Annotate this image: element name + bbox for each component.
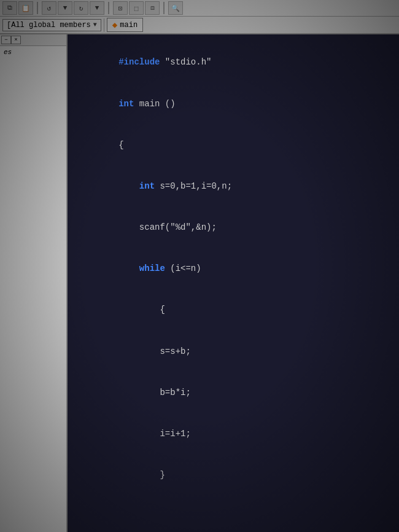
- redo-arrow[interactable]: ▼: [90, 1, 104, 15]
- sidebar-label: es: [1, 47, 65, 57]
- code-editor[interactable]: #include "stdio.h" int main () { int s=0…: [68, 34, 399, 532]
- window-icon[interactable]: ⊡: [113, 1, 128, 15]
- toolbar-group-1: ⧉ 📋: [2, 1, 33, 15]
- scope-dropdown[interactable]: [All global members ▼: [2, 19, 101, 31]
- code-line-7: {: [77, 289, 389, 331]
- code-line-10: i=i+1;: [77, 413, 389, 455]
- separator-2: [108, 2, 109, 14]
- paste-icon[interactable]: 📋: [18, 1, 33, 15]
- sidebar-minimize-btn[interactable]: −: [1, 36, 11, 44]
- int-keyword-1: int: [118, 99, 134, 109]
- sidebar: − × es FileView: [0, 34, 68, 532]
- function-icon: ◆: [112, 20, 117, 30]
- search-icon[interactable]: 🔍: [168, 1, 183, 15]
- toolbar-group-3: ⊡ ⬚ ⧈: [113, 1, 160, 15]
- undo-icon[interactable]: ↺: [42, 1, 56, 15]
- copy-icon[interactable]: ⧉: [2, 1, 17, 15]
- code-line-3: {: [77, 124, 389, 165]
- redo-icon[interactable]: ↻: [74, 1, 88, 15]
- include-keyword: #include: [118, 57, 160, 67]
- code-line-1: #include "stdio.h": [77, 42, 389, 83]
- code-line-2: int main (): [77, 83, 389, 124]
- sidebar-close-btn[interactable]: ×: [11, 36, 21, 44]
- back-icon[interactable]: ⬚: [129, 1, 144, 15]
- clip-icon[interactable]: ⧈: [145, 1, 160, 15]
- code-line-4: int s=0,b=1,i=0,n;: [77, 166, 389, 207]
- code-line-9: b=b*i;: [77, 372, 389, 413]
- scope-arrow: ▼: [93, 22, 97, 28]
- undo-arrow[interactable]: ▼: [58, 1, 72, 15]
- toolbar: ⧉ 📋 ↺ ▼ ↻ ▼ ⊡ ⬚ ⧈ 🔍: [0, 0, 399, 17]
- code-line-5: scanf("%d",&n);: [77, 207, 389, 248]
- separator-3: [163, 2, 165, 14]
- sidebar-content: es: [0, 46, 66, 532]
- separator-1: [37, 2, 38, 14]
- while-keyword: while: [139, 264, 165, 273]
- nav-bar: [All global members ▼ ◆ main: [0, 17, 399, 34]
- code-line-12: [77, 496, 389, 532]
- nav-sep: [104, 18, 104, 32]
- int-keyword-2: int: [139, 181, 155, 191]
- code-line-8: s=s+b;: [77, 331, 389, 372]
- main-content: − × es FileView #include "stdio.h" int m…: [0, 34, 399, 532]
- sidebar-header: − ×: [0, 34, 66, 46]
- function-label: main: [120, 21, 138, 29]
- scope-label: [All global members: [7, 21, 91, 29]
- function-dropdown[interactable]: ◆ main: [107, 18, 143, 32]
- code-line-11: }: [77, 455, 389, 496]
- ide-window: ⧉ 📋 ↺ ▼ ↻ ▼ ⊡ ⬚ ⧈ 🔍 [All global members …: [0, 0, 399, 532]
- code-line-6: while (i<=n): [77, 248, 389, 289]
- toolbar-group-2: ↺ ▼ ↻ ▼: [42, 1, 104, 15]
